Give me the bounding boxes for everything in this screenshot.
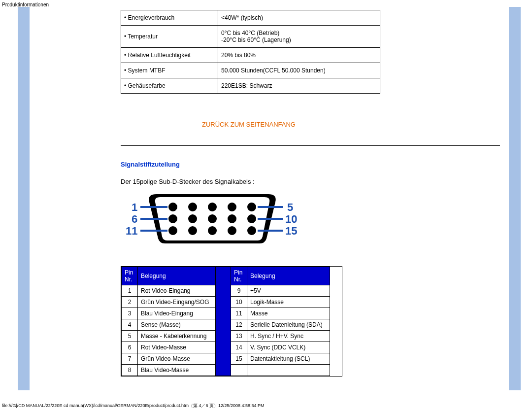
spec-label: • System MTBF	[121, 63, 218, 78]
spec-value: 20% bis 80%	[218, 48, 380, 63]
page-footer-path: file:///G|/CD MANUAL/22/220E cd manua(WX…	[2, 403, 265, 409]
pin-row: 14V. Sync (DDC VCLK)	[231, 342, 330, 353]
pin-table-separator	[216, 267, 231, 376]
pin-row: 3Blau Video-Eingang	[122, 308, 216, 319]
svg-point-7	[208, 214, 217, 223]
pin-assignment-table: Pin Nr. Belegung 1Rot Video-Eingang 2Grü…	[121, 266, 342, 377]
pin-row: 7Grün Video-Masse	[122, 353, 216, 365]
pin-header-num: Pin Nr.	[122, 267, 138, 285]
pin-row: 2Grün Video-Eingang/SOG	[122, 297, 216, 308]
pin-row: 15Datentaktleitung (SCL)	[231, 353, 330, 365]
section-divider	[121, 145, 500, 146]
spec-label: • Relative Luftfeuchtigkeit	[121, 48, 218, 63]
specs-table: • Energieverbrauch<40W* (typisch) • Temp…	[121, 10, 380, 94]
main-content: • Energieverbrauch<40W* (typisch) • Temp…	[121, 10, 495, 377]
spec-row: • Gehäusefarbe220E1SB: Schwarz	[121, 78, 380, 94]
pin-row: 10Logik-Masse	[231, 297, 330, 308]
pin-row: 9+5V	[231, 285, 330, 297]
sidebar-right-strip	[509, 7, 521, 390]
page-header: Produktinformationen	[2, 2, 532, 7]
spec-value: 50.000 Stunden(CCFL 50.000 Stunden)	[218, 63, 380, 78]
pin-label-15: 15	[285, 225, 297, 237]
dsub-connector-icon: 1 5 6 10 11 15	[121, 191, 298, 246]
pin-header-assign: Belegung	[138, 267, 216, 285]
pin-row: 1Rot Video-Eingang	[122, 285, 216, 297]
svg-point-1	[188, 203, 197, 211]
pin-label-6: 6	[132, 213, 137, 225]
back-to-top-link[interactable]: ZURÜCK ZUM SEITENANFANG	[121, 121, 377, 128]
svg-point-9	[247, 214, 256, 223]
svg-point-11	[188, 226, 197, 235]
spec-row: • Temperatur0°C bis 40°C (Betrieb) -20°C…	[121, 26, 380, 48]
pin-row	[231, 365, 330, 376]
spec-label: • Temperatur	[121, 26, 218, 48]
spec-value: <40W* (typisch)	[218, 10, 380, 26]
svg-point-6	[188, 214, 197, 223]
svg-point-2	[208, 203, 217, 211]
svg-point-12	[208, 226, 217, 235]
spec-value: 220E1SB: Schwarz	[218, 78, 380, 94]
pin-row: 8Blau Video-Masse	[122, 365, 216, 376]
svg-point-13	[228, 226, 236, 235]
pin-table-right: Pin Nr. Belegung 9+5V 10Logik-Masse 11Ma…	[231, 267, 330, 376]
spec-row: • Relative Luftfeuchtigkeit20% bis 80%	[121, 48, 380, 63]
pin-row: 5Masse - Kabelerkennung	[122, 331, 216, 342]
sidebar-left-strip	[18, 7, 30, 390]
pin-row: 13H. Sync / H+V. Sync	[231, 331, 330, 342]
svg-point-14	[247, 226, 256, 235]
pin-header-assign: Belegung	[247, 267, 330, 285]
spec-value: 0°C bis 40°C (Betrieb) -20°C bis 60°C (L…	[218, 26, 380, 48]
pin-row: 6Rot Video-Masse	[122, 342, 216, 353]
pin-label-10: 10	[285, 213, 297, 225]
pin-row: 11Masse	[231, 308, 330, 319]
pin-table-left: Pin Nr. Belegung 1Rot Video-Eingang 2Grü…	[121, 267, 216, 376]
body-text: Der 15polige Sub-D-Stecker des Signalkab…	[121, 178, 495, 185]
pin-label-5: 5	[287, 201, 293, 213]
svg-point-0	[168, 203, 177, 211]
spec-label: • Energieverbrauch	[121, 10, 218, 26]
spec-label: • Gehäusefarbe	[121, 78, 218, 94]
pin-label-11: 11	[126, 225, 137, 237]
connector-diagram: 1 5 6 10 11 15	[121, 191, 495, 246]
pin-label-1: 1	[132, 201, 137, 213]
svg-point-8	[228, 214, 236, 223]
svg-point-10	[168, 226, 177, 235]
section-title: Signalstiftzuteilung	[121, 161, 495, 168]
svg-point-5	[168, 214, 177, 223]
pin-row: 4Sense (Masse)	[122, 319, 216, 331]
svg-point-4	[247, 203, 256, 211]
svg-point-3	[228, 203, 236, 211]
pin-row: 12Serielle Datenleitung (SDA)	[231, 319, 330, 331]
spec-row: • System MTBF50.000 Stunden(CCFL 50.000 …	[121, 63, 380, 78]
spec-row: • Energieverbrauch<40W* (typisch)	[121, 10, 380, 26]
pin-header-num: Pin Nr.	[231, 267, 247, 285]
